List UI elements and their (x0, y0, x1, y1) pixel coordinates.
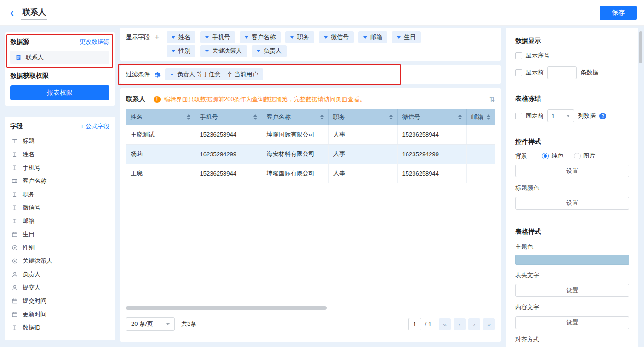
title-color-set-button[interactable]: 设置 (515, 197, 629, 210)
fix-columns-row[interactable]: 固定前 1 列数据 ? (515, 109, 629, 122)
image-option[interactable]: 图片 (574, 152, 595, 160)
show-first-checkbox[interactable] (515, 69, 522, 76)
last-page-button[interactable]: » (483, 318, 495, 330)
field-label: 提交时间 (23, 297, 46, 305)
field-item[interactable]: 手机号 (10, 161, 109, 174)
table-cell: 16235294299 (195, 144, 262, 164)
table-row[interactable]: 王晓测试15236258944坤曜国际有限公司人事15236258944 (126, 125, 495, 144)
solid-color-radio[interactable] (542, 153, 549, 159)
sort-arrows-icon[interactable] (487, 114, 490, 120)
display-field-chip[interactable]: 微信号 (319, 31, 354, 43)
title-color-label: 标题颜色 (515, 184, 629, 192)
field-label: 关键决策人 (23, 257, 52, 265)
report-permission-button[interactable]: 报表权限 (10, 85, 109, 100)
show-first-row[interactable]: 显示前 条数据 (515, 66, 629, 79)
text-field-icon (11, 218, 18, 224)
column-header[interactable]: 客户名称 (262, 109, 328, 125)
sort-arrows-icon[interactable] (458, 114, 462, 120)
help-icon[interactable]: ? (599, 113, 606, 119)
display-field-chip[interactable]: 姓名 (167, 31, 196, 43)
datasource-item-label: 联系人 (26, 53, 44, 62)
chevron-down-icon (172, 36, 175, 39)
sort-order-icon[interactable]: ⇅ (489, 95, 495, 103)
chevron-down-icon (205, 50, 209, 52)
field-item[interactable]: 关键决策人 (10, 254, 109, 267)
column-header[interactable]: 姓名 (126, 109, 195, 125)
field-item[interactable]: 职务 (10, 188, 109, 201)
sort-arrows-icon[interactable] (389, 114, 393, 120)
field-item[interactable]: 邮箱 (10, 214, 109, 228)
add-field-button[interactable]: + (155, 33, 160, 41)
horizontal-scrollbar[interactable] (126, 306, 327, 310)
back-icon[interactable]: ‹ (10, 7, 14, 18)
filter-condition-chip[interactable]: 负责人 等于任意一个 当前用户 (165, 68, 263, 80)
save-button[interactable]: 保存 (600, 6, 637, 20)
display-field-chip[interactable]: 客户名称 (240, 31, 281, 43)
show-index-row[interactable]: 显示序号 (515, 51, 629, 60)
solid-color-option[interactable]: 纯色 (542, 152, 564, 160)
field-item[interactable]: 标题 (10, 134, 109, 148)
sort-arrows-icon[interactable] (253, 114, 257, 120)
warning-icon: ! (154, 96, 161, 103)
vertical-scrollbar[interactable] (639, 31, 642, 63)
field-item[interactable]: 更新时间 (10, 307, 109, 321)
display-field-chip[interactable]: 关键决策人 (200, 45, 247, 57)
image-radio[interactable] (574, 153, 581, 159)
fix-columns-select[interactable]: 1 (547, 109, 574, 122)
column-header[interactable]: 手机号 (195, 109, 262, 125)
preview-table: 姓名手机号客户名称职务微信号邮箱 王晓测试15236258944坤曜国际有限公司… (126, 109, 495, 183)
display-field-chip[interactable]: 手机号 (200, 31, 235, 43)
column-header[interactable]: 职务 (328, 109, 397, 125)
sort-arrows-icon[interactable] (320, 114, 324, 120)
field-item[interactable]: 微信号 (10, 201, 109, 214)
formula-field-link[interactable]: + 公式字段 (80, 122, 109, 131)
field-item[interactable]: 客户名称 (10, 174, 109, 188)
table-cell: 15236258944 (195, 125, 262, 144)
table-cell: 王晓测试 (126, 125, 195, 144)
next-page-button[interactable]: › (468, 318, 480, 330)
field-item[interactable]: 数据ID (10, 321, 109, 334)
column-label: 微信号 (402, 113, 420, 121)
field-item[interactable]: 性别 (10, 241, 109, 254)
display-field-chip[interactable]: 生日 (392, 31, 421, 43)
prev-page-button[interactable]: ‹ (454, 318, 466, 330)
solid-color-label: 纯色 (552, 152, 564, 160)
field-item[interactable]: 提交人 (10, 281, 109, 294)
column-header[interactable]: 邮箱 (466, 109, 495, 125)
datasource-item[interactable]: 联系人 (10, 51, 109, 64)
user-field-icon (11, 284, 18, 291)
field-item[interactable]: 姓名 (10, 148, 109, 161)
first-page-button[interactable]: « (439, 318, 451, 330)
sort-arrows-icon[interactable] (187, 114, 190, 120)
column-header[interactable]: 微信号 (397, 109, 466, 125)
radio-field-icon (11, 245, 18, 251)
fix-columns-checkbox[interactable] (515, 113, 522, 119)
table-row[interactable]: 杨莉16235294299海安材料有限公司人事16235294299 (126, 144, 495, 164)
page-title[interactable]: 联系人 (21, 6, 47, 20)
topbar: ‹ 联系人 保存 (0, 0, 644, 26)
display-field-chip[interactable]: 负责人 (252, 45, 287, 57)
display-field-chip[interactable]: 性别 (167, 45, 196, 57)
text-field-icon (11, 191, 18, 198)
show-index-checkbox[interactable] (515, 52, 522, 59)
table-row[interactable]: 王晓15236258944坤曜国际有限公司人事15236258944 (126, 164, 495, 183)
theme-color-swatch[interactable] (515, 255, 629, 265)
current-page-input[interactable]: 1 (408, 318, 421, 330)
date-field-icon (11, 311, 18, 318)
show-first-count-input[interactable] (547, 66, 577, 79)
dropdown-field-icon (11, 178, 18, 184)
field-item[interactable]: 生日 (10, 228, 109, 241)
filter-condition-text: 负责人 等于任意一个 当前用户 (177, 70, 258, 79)
field-item[interactable]: 提交时间 (10, 294, 109, 307)
background-set-button[interactable]: 设置 (515, 165, 629, 177)
field-item[interactable]: 负责人 (10, 267, 109, 281)
gear-icon[interactable] (154, 71, 161, 78)
align-label: 对齐方式 (515, 336, 629, 344)
content-text-set-button[interactable]: 设置 (515, 316, 629, 329)
chevron-down-icon (290, 36, 294, 39)
change-datasource-link[interactable]: 更改数据源 (80, 38, 109, 46)
display-field-chip[interactable]: 邮箱 (358, 31, 387, 43)
display-field-chip[interactable]: 职务 (285, 31, 314, 43)
header-text-set-button[interactable]: 设置 (515, 284, 629, 297)
page-size-select[interactable]: 20 条/页 (126, 317, 175, 331)
